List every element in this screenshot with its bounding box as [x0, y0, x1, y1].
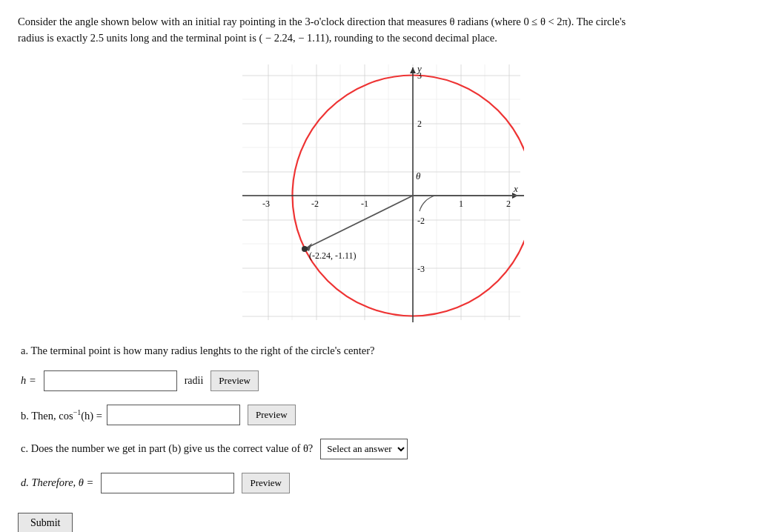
svg-line-40	[305, 196, 413, 249]
question-c-row: c. Does the number we get in part (b) gi…	[21, 439, 738, 459]
svg-text:-1: -1	[361, 199, 368, 209]
question-a-input-row: h = radii Preview	[21, 370, 738, 391]
svg-text:3: 3	[417, 70, 422, 81]
question-b-input-row: b. Then, cos−1(h) = Preview	[21, 405, 738, 425]
question-d-label: d. Therefore, θ =	[21, 476, 93, 489]
question-d-input-row: d. Therefore, θ = Preview	[21, 473, 738, 493]
problem-text: Consider the angle shown below with an i…	[18, 13, 741, 47]
questions-section: a. The terminal point is how many radius…	[18, 345, 741, 493]
question-c-select[interactable]: Select an answer Yes No	[320, 439, 408, 459]
svg-text:θ: θ	[416, 170, 421, 182]
problem-line2: radius is exactly 2.5 units long and the…	[18, 32, 497, 44]
svg-point-42	[302, 246, 308, 252]
radii-label: radii	[185, 375, 204, 387]
question-d-input[interactable]	[101, 473, 234, 493]
svg-text:-3: -3	[262, 199, 270, 209]
svg-text:-2: -2	[311, 199, 319, 209]
svg-marker-26	[410, 67, 416, 73]
question-d-preview-button[interactable]: Preview	[242, 473, 290, 493]
graph-container: x y -3 -2 -1 1 2 3 2 θ -2	[18, 57, 741, 331]
question-a-preview-button[interactable]: Preview	[211, 370, 259, 391]
svg-text:(-2.24, -1.11): (-2.24, -1.11)	[309, 250, 357, 261]
svg-text:x: x	[513, 183, 518, 194]
coordinate-graph: x y -3 -2 -1 1 2 3 2 θ -2	[235, 57, 524, 331]
question-b-input[interactable]	[107, 405, 240, 425]
question-a-row: a. The terminal point is how many radius…	[21, 345, 738, 357]
question-a-label: a. The terminal point is how many radius…	[21, 345, 375, 357]
submit-row: Submit	[18, 507, 741, 532]
svg-text:1: 1	[459, 199, 463, 209]
question-b-preview-button[interactable]: Preview	[248, 405, 296, 425]
svg-text:2: 2	[506, 199, 511, 209]
question-a-var: h =	[21, 374, 36, 387]
problem-line1: Consider the angle shown below with an i…	[18, 16, 626, 27]
svg-text:-2: -2	[417, 216, 425, 226]
question-b-label: b. Then, cos−1(h) =	[21, 408, 102, 422]
submit-button[interactable]: Submit	[18, 513, 73, 532]
question-a-input[interactable]	[44, 370, 177, 391]
graph-wrap: x y -3 -2 -1 1 2 3 2 θ -2	[235, 57, 524, 331]
svg-text:-3: -3	[417, 264, 425, 274]
question-c-label: c. Does the number we get in part (b) gi…	[21, 442, 313, 455]
svg-text:2: 2	[417, 119, 422, 129]
